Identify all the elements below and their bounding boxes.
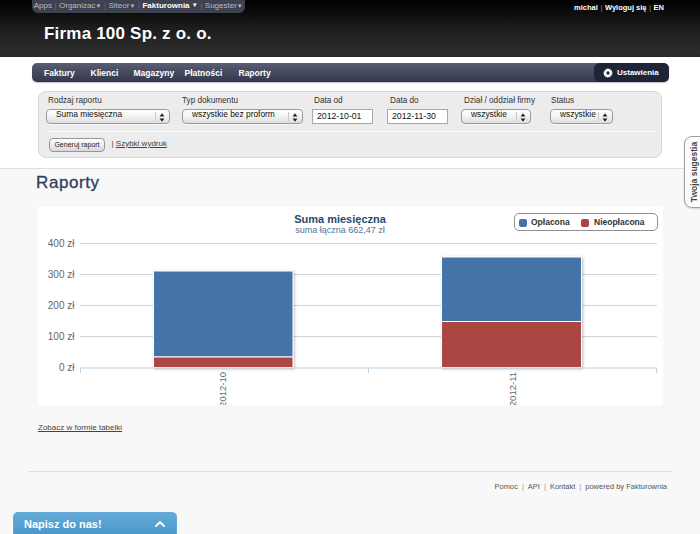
svg-text:2012-11: 2012-11 — [507, 372, 518, 405]
svg-text:100 zł: 100 zł — [48, 331, 75, 342]
svg-text:300 zł: 300 zł — [48, 269, 75, 280]
svg-text:0 zł: 0 zł — [59, 362, 75, 373]
svg-text:400 zł: 400 zł — [48, 238, 75, 249]
svg-text:2012-10: 2012-10 — [217, 372, 228, 405]
svg-text:200 zł: 200 zł — [48, 300, 75, 311]
